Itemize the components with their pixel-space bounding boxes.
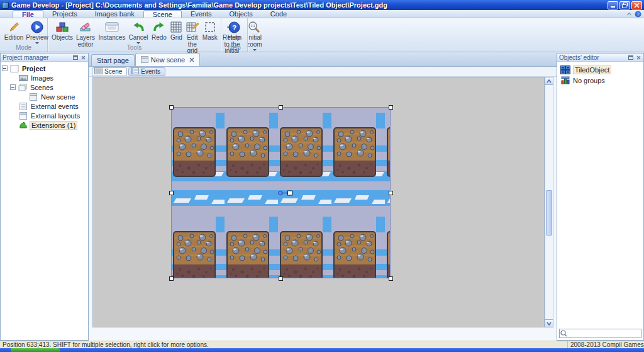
- tree-item-new-scene-label: New scene: [40, 93, 76, 101]
- tree-item-extensions[interactable]: Extensions (1): [2, 120, 88, 130]
- ribbon-group-help: ? Help Help: [221, 18, 248, 52]
- close-button[interactable]: [631, 1, 642, 9]
- ribbon-tab-scene[interactable]: Scene: [143, 10, 182, 18]
- grid-icon: [170, 20, 182, 34]
- mini-help-icon[interactable]: ?: [635, 11, 641, 18]
- instances-button[interactable]: Instances: [97, 20, 127, 42]
- tree-item-external-layouts[interactable]: External layouts: [2, 111, 88, 120]
- tree-item-images-label: Images: [30, 74, 55, 82]
- vertical-scroll-thumb[interactable]: [546, 190, 552, 236]
- scene-page-icon: [94, 67, 103, 76]
- help-icon: ?: [228, 20, 240, 34]
- project-manager-title: Project manager: [3, 54, 71, 61]
- grid-button[interactable]: Grid: [169, 20, 184, 42]
- app-icon: [2, 2, 9, 9]
- status-position-text: Position 633;413. SHIFT for multiple sel…: [0, 341, 567, 348]
- float-panel-icon[interactable]: [628, 55, 634, 60]
- eraser-icon: [79, 20, 92, 34]
- tab-new-scene-label: New scene: [151, 56, 185, 64]
- objects-editor-title: Objects' editor: [559, 54, 626, 61]
- scroll-up-icon[interactable]: [545, 77, 553, 85]
- ribbon-tab-code[interactable]: Code: [262, 10, 296, 18]
- preview-button[interactable]: Preview: [25, 20, 49, 47]
- selection-handle[interactable]: [389, 191, 393, 195]
- object-item-no-groups-label: No groups: [573, 77, 605, 84]
- selection-handle[interactable]: [389, 105, 393, 110]
- redo-button[interactable]: Redo: [150, 20, 169, 42]
- minimize-button[interactable]: [608, 1, 618, 9]
- edition-button[interactable]: Edition: [3, 20, 25, 42]
- objects-list: TiledObject No groups: [557, 62, 643, 86]
- cancel-button[interactable]: Cancel: [127, 20, 150, 47]
- external-layouts-icon: [18, 112, 28, 120]
- selection-handle[interactable]: [279, 276, 283, 281]
- project-page-icon: [9, 65, 19, 72]
- tab-events-view[interactable]: Events: [128, 67, 165, 76]
- selection-handle[interactable]: [169, 105, 174, 110]
- ribbon-tab-projects[interactable]: Projects: [43, 10, 86, 18]
- vertical-scrollbar[interactable]: [545, 77, 553, 327]
- ribbon-tab-objects[interactable]: Objects: [221, 10, 262, 18]
- search-icon: [560, 330, 567, 338]
- status-bar: Position 633;413. SHIFT for multiple sel…: [0, 341, 644, 348]
- selection-handle[interactable]: [279, 105, 283, 110]
- objects-button[interactable]: Objects: [50, 20, 74, 42]
- ribbon-tab-file[interactable]: File: [13, 10, 43, 18]
- scene-page-icon: [141, 56, 148, 64]
- scene-page-icon: [28, 93, 38, 101]
- tree-item-new-scene[interactable]: New scene: [2, 92, 88, 101]
- selection-handle[interactable]: [169, 191, 174, 195]
- scroll-down-icon[interactable]: [545, 319, 553, 327]
- rotation-handle[interactable]: [277, 190, 294, 196]
- help-button[interactable]: ? Help: [224, 20, 244, 42]
- close-panel-icon[interactable]: [80, 55, 86, 60]
- object-search-input[interactable]: [559, 329, 641, 338]
- tab-events-view-label: Events: [141, 68, 160, 75]
- tab-scene-view-label: Scene: [104, 68, 122, 75]
- ribbon-tab-projects-label: Projects: [52, 10, 77, 18]
- object-item-no-groups[interactable]: No groups: [560, 75, 643, 86]
- selection-handle[interactable]: [389, 276, 393, 281]
- zoom-icon: 1:1: [248, 20, 260, 34]
- collapse-ribbon-icon[interactable]: [626, 11, 632, 17]
- float-panel-icon[interactable]: [72, 55, 79, 60]
- tab-new-scene[interactable]: New scene: [135, 53, 200, 66]
- ribbon-group-mode-label: Mode: [0, 44, 47, 51]
- ribbon-tab-events[interactable]: Events: [182, 10, 221, 18]
- ribbon-tab-objects-label: Objects: [230, 10, 253, 18]
- collapse-expander-icon[interactable]: [10, 84, 16, 90]
- project-tree: Project Images Scenes New scene External…: [1, 62, 88, 130]
- scenes-icon: [18, 84, 28, 91]
- grid-pencil-icon: [186, 20, 199, 34]
- tree-item-project[interactable]: Project: [2, 64, 88, 73]
- start-button[interactable]: [11, 348, 60, 352]
- close-panel-icon[interactable]: [635, 55, 641, 60]
- tab-scene-view[interactable]: Scene: [92, 67, 127, 76]
- restore-button[interactable]: [619, 1, 630, 9]
- main-editor-area: Start page New scene Scene Events: [89, 53, 557, 341]
- object-item-tiledobject[interactable]: TiledObject: [560, 64, 643, 75]
- images-icon: [18, 74, 28, 82]
- title-bar: Game Develop - [Project] C:\Documents an…: [0, 0, 644, 10]
- mask-icon: [204, 20, 216, 34]
- close-tab-icon[interactable]: [189, 57, 194, 64]
- ribbon-tab-file-label: File: [22, 11, 34, 18]
- collapse-expander-icon[interactable]: [2, 65, 8, 71]
- extensions-icon: [18, 122, 28, 129]
- initial-zoom-text: Initial zoom: [247, 34, 262, 48]
- selection-handle[interactable]: [169, 276, 174, 281]
- project-manager-header: Project manager: [1, 54, 88, 62]
- scene-canvas[interactable]: [92, 77, 545, 327]
- tree-item-external-events-label: External events: [30, 103, 80, 110]
- ribbon-tab-bar: File Projects Images bank Scene Events O…: [0, 10, 644, 18]
- tab-start-page[interactable]: Start page: [91, 54, 135, 66]
- ribbon-tab-images-bank[interactable]: Images bank: [86, 10, 143, 18]
- windows-taskbar[interactable]: [0, 348, 644, 352]
- objects-label: Objects: [52, 35, 73, 42]
- tree-item-images[interactable]: Images: [2, 73, 88, 82]
- ribbon-group-tools: Objects Layers editor Instances Cancel: [48, 18, 221, 52]
- ribbon-group-help-label: Help: [221, 44, 247, 51]
- tree-item-external-events[interactable]: External events: [2, 101, 88, 111]
- tree-item-scenes[interactable]: Scenes: [2, 82, 88, 92]
- mask-button[interactable]: Mask: [201, 20, 219, 42]
